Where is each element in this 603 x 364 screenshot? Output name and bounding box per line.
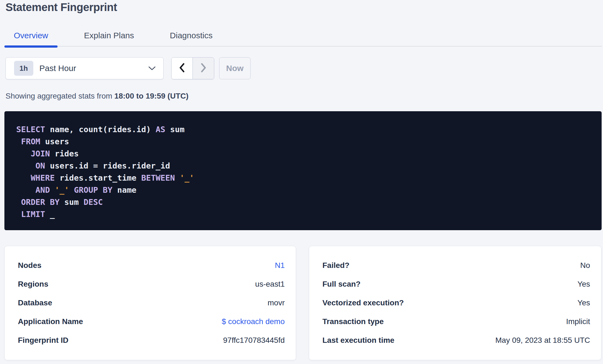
- sql-token: [50, 185, 55, 195]
- sql-token: '_': [55, 185, 69, 195]
- sql-token: LIMIT: [21, 210, 45, 219]
- time-interval-select[interactable]: 1h Past Hour: [6, 57, 164, 79]
- info-row-label: Regions: [18, 280, 48, 289]
- sql-token: [16, 185, 36, 195]
- info-row-value-link[interactable]: $ cockroach demo: [222, 317, 285, 326]
- statement-details-card: NodesN1Regionsus-east1DatabasemovrApplic…: [4, 246, 296, 360]
- interval-label: Past Hour: [39, 64, 76, 73]
- sql-line: ON users.id = rides.rider_id: [16, 160, 593, 172]
- sql-token: JOIN: [31, 149, 50, 158]
- sql-token: sum: [59, 197, 83, 207]
- info-row-label: Transaction type: [322, 317, 384, 326]
- sql-token: BETWEEN: [141, 173, 175, 183]
- sql-token: sum: [165, 125, 184, 134]
- sql-token: WHERE: [31, 173, 55, 183]
- sql-token: ON: [36, 161, 45, 170]
- info-row-value-link[interactable]: N1: [275, 261, 285, 270]
- info-row: Application Name$ cockroach demo: [18, 312, 285, 331]
- sql-token: AS: [156, 125, 165, 134]
- stats-range: 18:00 to 19:59 (UTC): [114, 92, 188, 100]
- sql-token: name: [112, 185, 136, 195]
- chevron-right-icon: [201, 63, 206, 74]
- aggregated-stats-text: Showing aggregated stats from 18:00 to 1…: [6, 92, 189, 100]
- info-row-value: 97ffc170783445fd: [223, 336, 285, 345]
- info-row-label: Nodes: [18, 261, 42, 270]
- info-row-label: Full scan?: [322, 280, 360, 289]
- sql-token: rides: [50, 149, 79, 158]
- sql-token: rides.start_time: [55, 173, 141, 183]
- sql-statement: SELECT name, count(rides.id) AS sum FROM…: [16, 123, 593, 220]
- info-row-value: Implicit: [566, 317, 590, 326]
- execution-attributes-rows: Failed?NoFull scan?YesVectorized executi…: [322, 256, 590, 350]
- info-row-value: No: [580, 261, 590, 270]
- info-row: Fingerprint ID97ffc170783445fd: [18, 331, 285, 350]
- info-row-label: Database: [18, 298, 52, 307]
- interval-badge: 1h: [14, 61, 33, 76]
- info-row: Transaction typeImplicit: [322, 312, 590, 331]
- info-row: Failed?No: [322, 256, 590, 275]
- info-row-value: Yes: [577, 280, 590, 289]
- info-row-label: Fingerprint ID: [18, 336, 69, 345]
- info-row: Databasemovr: [18, 294, 285, 312]
- statement-fingerprint-page: Statement Fingerprint Overview Explain P…: [0, 0, 603, 364]
- info-row: Regionsus-east1: [18, 275, 285, 294]
- stats-prefix: Showing aggregated stats from: [6, 92, 114, 100]
- info-row: NodesN1: [18, 256, 285, 275]
- sql-line: AND '_' GROUP BY name: [16, 184, 593, 196]
- info-row-value: movr: [268, 298, 285, 307]
- sql-token: users.id = rides.rider_id: [45, 161, 170, 170]
- execution-attributes-card: Failed?NoFull scan?YesVectorized executi…: [309, 246, 601, 360]
- next-interval-button[interactable]: [193, 58, 214, 79]
- time-picker-row: 1h Past Hour: [6, 57, 251, 79]
- sql-token: '_': [180, 173, 194, 183]
- info-row: Last execution timeMay 09, 2023 at 18:55…: [322, 331, 590, 350]
- tab-bar: Overview Explain Plans Diagnostics: [4, 28, 602, 47]
- sql-line: LIMIT _: [16, 208, 593, 220]
- sql-token: AND: [36, 185, 50, 195]
- info-row-value: us-east1: [255, 280, 285, 289]
- sql-token: ORDER BY: [21, 197, 59, 207]
- sql-token: [16, 210, 21, 219]
- prev-interval-button[interactable]: [172, 58, 193, 79]
- interval-nav-group: [171, 57, 214, 79]
- sql-token: [175, 173, 180, 183]
- info-row: Vectorized execution?Yes: [322, 294, 590, 312]
- sql-line: SELECT name, count(rides.id) AS sum: [16, 123, 593, 135]
- sql-token: [69, 185, 74, 195]
- sql-line: ORDER BY sum DESC: [16, 196, 593, 208]
- sql-token: users: [40, 137, 69, 146]
- sql-token: FROM: [21, 137, 40, 146]
- info-row: Full scan?Yes: [322, 275, 590, 294]
- sql-token: [16, 137, 21, 146]
- info-row-label: Application Name: [18, 317, 83, 326]
- info-row-label: Last execution time: [322, 336, 394, 345]
- sql-line: FROM users: [16, 135, 593, 148]
- tab-diagnostics[interactable]: Diagnostics: [170, 28, 213, 47]
- tab-explain-plans[interactable]: Explain Plans: [84, 28, 134, 47]
- sql-token: _: [45, 210, 55, 219]
- sql-token: [16, 149, 31, 158]
- info-row-value: Yes: [577, 298, 590, 307]
- chevron-down-icon: [148, 66, 156, 70]
- tab-overview[interactable]: Overview: [14, 28, 48, 47]
- info-row-value: May 09, 2023 at 18:55 UTC: [495, 336, 590, 345]
- sql-token: [16, 161, 36, 170]
- sql-token: [16, 197, 21, 207]
- sql-token: name, count(rides.id): [45, 125, 156, 134]
- info-row-label: Failed?: [322, 261, 349, 270]
- sql-line: WHERE rides.start_time BETWEEN '_': [16, 172, 593, 184]
- now-button[interactable]: Now: [219, 57, 251, 79]
- info-row-label: Vectorized execution?: [322, 298, 404, 307]
- sql-token: [16, 173, 31, 183]
- sql-token: DESC: [83, 197, 103, 207]
- sql-statement-box: SELECT name, count(rides.id) AS sum FROM…: [4, 111, 602, 230]
- sql-token: SELECT: [16, 125, 45, 134]
- statement-details-rows: NodesN1Regionsus-east1DatabasemovrApplic…: [18, 256, 285, 350]
- chevron-left-icon: [179, 63, 185, 74]
- sql-token: GROUP BY: [74, 185, 113, 195]
- page-title: Statement Fingerprint: [6, 1, 117, 13]
- sql-line: JOIN rides: [16, 148, 593, 160]
